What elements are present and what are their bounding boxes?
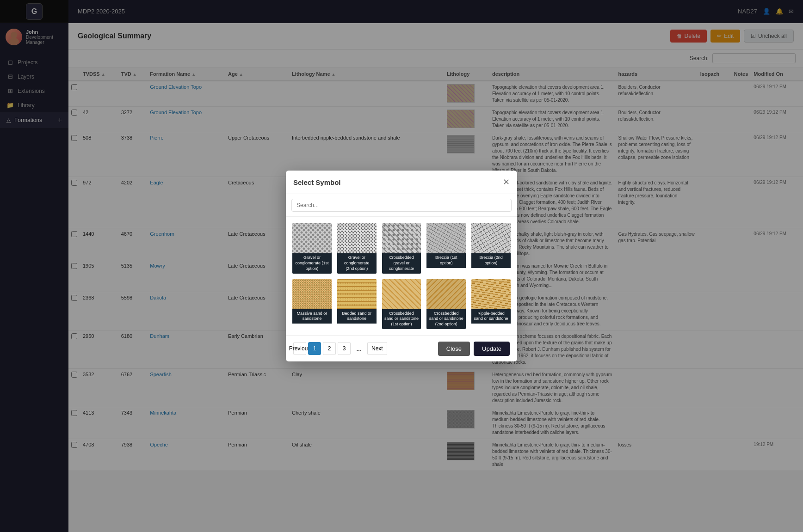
- symbol-label: Breccia (1st option): [426, 253, 466, 268]
- symbol-item-crossbedded-gravel[interactable]: Crossbedded gravel or conglomerate: [381, 222, 422, 274]
- symbol-search-input[interactable]: [291, 199, 512, 212]
- symbol-label: Crossbedded gravel or conglomerate: [382, 253, 421, 273]
- symbol-item-massive-sand[interactable]: Massive sand or sandstone: [291, 278, 333, 330]
- symbol-item-breccia1[interactable]: Breccia (1st option): [426, 222, 467, 274]
- modal-search: [286, 194, 517, 217]
- symbol-item-crossbedded-sand1[interactable]: Crossbedded sand or sandstone (1st optio…: [381, 278, 422, 330]
- prev-page-button[interactable]: Previous: [293, 342, 306, 355]
- modal-overlay[interactable]: Select Symbol ✕ Gravel or conglomerate (…: [0, 0, 803, 532]
- modal-close-button[interactable]: ✕: [503, 177, 510, 187]
- symbol-grid: Gravel or conglomerate (1st option) Grav…: [291, 222, 512, 330]
- symbol-item-gravel2[interactable]: Gravel or conglomerate (2nd option): [336, 222, 377, 274]
- symbol-label: Gravel or conglomerate (2nd option): [337, 253, 377, 273]
- page-2-button[interactable]: 2: [323, 342, 336, 355]
- modal-footer: Previous 1 2 3 ... Next Close Update: [286, 336, 517, 361]
- page-3-button[interactable]: 3: [338, 342, 351, 355]
- symbol-label: Crossbedded sand or sandstone (1st optio…: [382, 309, 421, 329]
- symbol-label: Crossbedded sand or sandstone (2nd optio…: [426, 309, 466, 329]
- symbol-preview: [292, 279, 332, 309]
- modal-header: Select Symbol ✕: [286, 171, 517, 194]
- symbol-label: Breccia (2nd option): [471, 253, 511, 268]
- select-symbol-modal: Select Symbol ✕ Gravel or conglomerate (…: [286, 171, 517, 361]
- symbol-item-bedded-sand[interactable]: Bedded sand or sandstone: [336, 278, 377, 330]
- symbol-preview: [337, 223, 377, 253]
- symbol-preview: [292, 223, 332, 253]
- symbol-label: Bedded sand or sandstone: [337, 309, 377, 324]
- symbol-preview: [426, 279, 466, 309]
- symbol-item-breccia2[interactable]: Breccia (2nd option): [470, 222, 512, 274]
- page-1-button[interactable]: 1: [308, 342, 321, 355]
- close-button[interactable]: Close: [438, 342, 470, 356]
- symbol-preview: [471, 223, 511, 253]
- symbol-preview: [382, 279, 421, 309]
- modal-body: Gravel or conglomerate (1st option) Grav…: [286, 217, 517, 335]
- next-page-button[interactable]: Next: [367, 342, 387, 355]
- symbol-label: Ripple-bedded sand or sandstone: [471, 309, 511, 324]
- symbol-item-crossbedded-sand2[interactable]: Crossbedded sand or sandstone (2nd optio…: [426, 278, 467, 330]
- symbol-preview: [382, 223, 421, 253]
- pagination: Previous 1 2 3 ... Next: [293, 342, 387, 355]
- symbol-preview: [471, 279, 511, 309]
- ellipsis-button: ...: [352, 342, 365, 355]
- footer-actions: Close Update: [438, 342, 510, 356]
- symbol-label: Gravel or conglomerate (1st option): [292, 253, 332, 273]
- symbol-label: Massive sand or sandstone: [292, 309, 332, 324]
- symbol-item-gravel1[interactable]: Gravel or conglomerate (1st option): [291, 222, 333, 274]
- symbol-item-ripple-sand[interactable]: Ripple-bedded sand or sandstone: [470, 278, 512, 330]
- symbol-preview: [337, 279, 377, 309]
- modal-title: Select Symbol: [293, 178, 341, 186]
- update-button[interactable]: Update: [474, 342, 510, 356]
- symbol-preview: [426, 223, 466, 253]
